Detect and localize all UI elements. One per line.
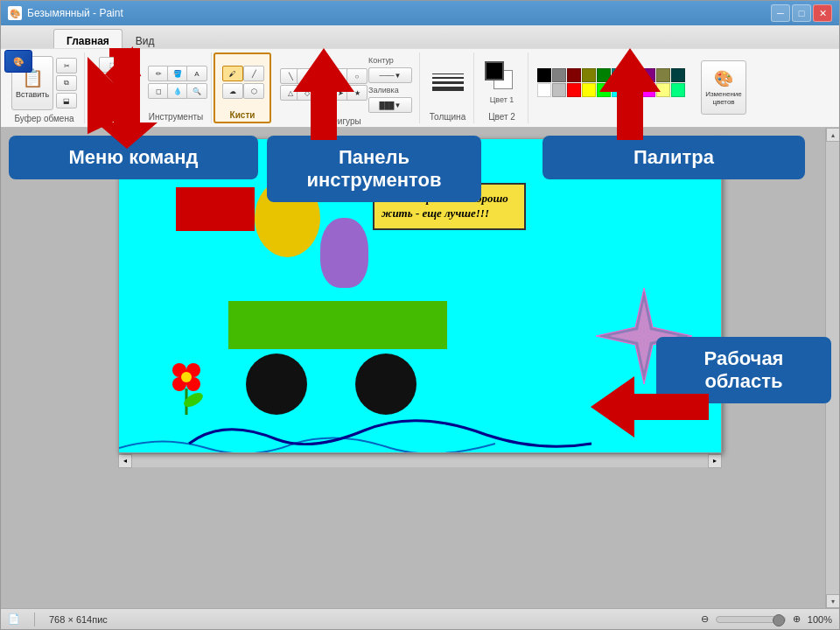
page-size-icon: 📄 bbox=[8, 613, 20, 625]
text-button[interactable]: A bbox=[186, 66, 207, 81]
paint-menu-button[interactable]: 🎨 bbox=[4, 50, 32, 73]
group-thickness: Толщина bbox=[422, 52, 474, 123]
scroll-down-button[interactable]: ▾ bbox=[826, 594, 840, 608]
maximize-button[interactable]: □ bbox=[792, 4, 811, 22]
minimize-button[interactable]: ─ bbox=[771, 4, 790, 22]
palette-color-swatch[interactable] bbox=[537, 83, 551, 97]
magnify-button[interactable]: 🔍 bbox=[186, 83, 207, 99]
palette-color-swatch[interactable] bbox=[567, 83, 581, 97]
clipboard-label: Буфер обмена bbox=[15, 114, 74, 125]
status-separator-1 bbox=[34, 612, 35, 626]
palette-color-swatch[interactable] bbox=[537, 68, 551, 82]
thickness-3[interactable] bbox=[432, 81, 464, 84]
colorpick-button[interactable]: 💧 bbox=[167, 83, 188, 99]
contour-picker[interactable]: ───▼ bbox=[368, 67, 412, 83]
horizontal-scrollbar[interactable]: ◂ ▸ bbox=[118, 453, 722, 467]
fill-label: Заливка bbox=[368, 86, 412, 94]
arrow-palette bbox=[599, 44, 661, 140]
window-title: Безымянный - Paint bbox=[27, 7, 766, 19]
group-brushes: 🖌 ╱ ☁ ⬡ Кисти bbox=[214, 52, 271, 123]
app-icon: 🎨 bbox=[8, 6, 22, 20]
palette-color-swatch[interactable] bbox=[671, 83, 685, 97]
color-change-content: 🎨 Изменение цветов bbox=[701, 52, 746, 122]
canvas-green-rectangle bbox=[228, 301, 447, 349]
arrow-toolbar bbox=[293, 44, 354, 140]
zoom-out-icon[interactable]: ⊖ bbox=[701, 613, 709, 625]
copy-button[interactable]: ⧉ bbox=[56, 75, 77, 91]
group-color-change: 🎨 Изменение цветов bbox=[694, 52, 753, 123]
paint-menu-icon: 🎨 bbox=[13, 57, 24, 66]
fill-picker[interactable]: ███▼ bbox=[368, 97, 412, 113]
zoom-slider[interactable] bbox=[716, 616, 786, 623]
scroll-right-button[interactable]: ▸ bbox=[708, 454, 722, 468]
colors-content: Цвет 1 bbox=[485, 52, 520, 112]
zoom-in-icon[interactable]: ⊕ bbox=[793, 613, 801, 625]
brushes-content: 🖌 ╱ ☁ ⬡ bbox=[222, 54, 262, 110]
airbrush-button[interactable]: ☁ bbox=[222, 83, 243, 99]
group-colors: Цвет 1 Цвет 2 bbox=[476, 52, 528, 123]
arrow-workspace bbox=[586, 376, 709, 438]
annotation-palette: Палитра bbox=[542, 136, 805, 179]
color1-label: Цвет 1 bbox=[490, 95, 514, 104]
palette-color-swatch[interactable] bbox=[582, 68, 596, 82]
svg-marker-16 bbox=[591, 376, 709, 438]
arrow-menu-command bbox=[88, 44, 166, 149]
zoom-controls: ⊖ ⊕ 100% bbox=[701, 613, 832, 625]
thickness-content bbox=[432, 52, 464, 112]
canvas-purple-shape bbox=[320, 218, 368, 288]
palette-color-swatch[interactable] bbox=[567, 68, 581, 82]
title-bar: 🎨 Безымянный - Paint ─ □ ✕ bbox=[1, 1, 839, 25]
thickness-options bbox=[432, 74, 464, 91]
color-change-icon: 🎨 bbox=[714, 69, 733, 88]
palette-color-swatch[interactable] bbox=[671, 68, 685, 82]
svg-point-7 bbox=[181, 372, 192, 382]
svg-marker-15 bbox=[599, 48, 661, 140]
zoom-thumb bbox=[773, 614, 785, 626]
palette-color-swatch[interactable] bbox=[552, 83, 566, 97]
calligraphy-button[interactable]: ╱ bbox=[243, 66, 264, 81]
zoom-level: 100% bbox=[808, 614, 832, 625]
brushes-label: Кисти bbox=[230, 110, 256, 122]
paste-special-button[interactable]: ⬓ bbox=[56, 93, 77, 108]
svg-marker-14 bbox=[293, 48, 354, 140]
thickness-1[interactable] bbox=[432, 74, 464, 74]
fill-button[interactable]: 🪣 bbox=[167, 66, 188, 81]
close-button[interactable]: ✕ bbox=[813, 4, 832, 22]
thickness-4[interactable] bbox=[432, 87, 464, 91]
contour-label: Контур bbox=[368, 56, 412, 65]
color-labels: Цвет 2 bbox=[488, 112, 515, 123]
clipboard-small-btns: ✂ ⧉ ⬓ bbox=[56, 58, 77, 108]
oilbrush-button[interactable]: ⬡ bbox=[243, 83, 264, 99]
svg-marker-13 bbox=[96, 48, 158, 149]
color-change-button[interactable]: 🎨 Изменение цветов bbox=[701, 60, 746, 115]
palette-color-swatch[interactable] bbox=[552, 68, 566, 82]
cut-button[interactable]: ✂ bbox=[56, 58, 77, 74]
scroll-up-button[interactable]: ▴ bbox=[826, 128, 840, 142]
thickness-2[interactable] bbox=[432, 77, 464, 79]
palette-color-swatch[interactable] bbox=[582, 83, 596, 97]
annotation-toolbar: Панель инструментов bbox=[267, 136, 481, 202]
brush-button[interactable]: 🖌 bbox=[222, 66, 243, 81]
scroll-track-h bbox=[132, 454, 708, 467]
scroll-left-button[interactable]: ◂ bbox=[118, 454, 132, 468]
window-controls: ─ □ ✕ bbox=[771, 4, 832, 22]
canvas-dimensions: 768 × 614пис bbox=[49, 614, 108, 625]
status-bar: 📄 768 × 614пис ⊖ ⊕ 100% bbox=[1, 608, 839, 629]
canvas-red-rectangle bbox=[176, 187, 255, 231]
thickness-label: Толщина bbox=[430, 112, 466, 123]
color1-swatch[interactable] bbox=[485, 61, 504, 80]
